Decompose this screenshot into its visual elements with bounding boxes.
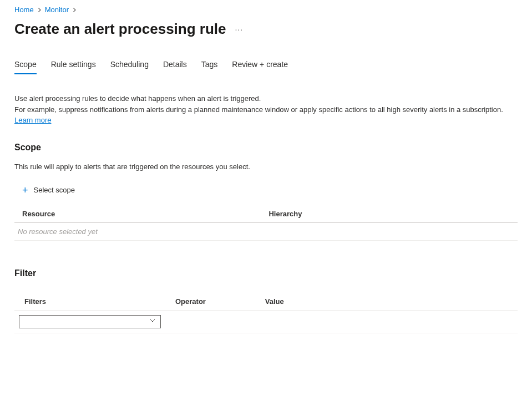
- tab-tags[interactable]: Tags: [201, 60, 218, 74]
- table-row: [14, 310, 518, 333]
- select-scope-label: Select scope: [34, 186, 75, 194]
- page-title: Create an alert processing rule: [14, 21, 226, 38]
- learn-more-link[interactable]: Learn more: [14, 116, 51, 124]
- scope-empty-row: No resource selected yet: [14, 222, 518, 240]
- tab-details[interactable]: Details: [163, 60, 187, 74]
- breadcrumb-monitor-link[interactable]: Monitor: [45, 6, 69, 14]
- scope-description: This rule will apply to alerts that are …: [14, 163, 518, 171]
- scope-table: Resource Hierarchy No resource selected …: [14, 205, 518, 241]
- scope-col-hierarchy: Hierarchy: [261, 205, 518, 223]
- filter-col-filters: Filters: [14, 293, 165, 311]
- tab-scheduling[interactable]: Scheduling: [110, 60, 149, 74]
- filter-col-value: Value: [255, 293, 518, 311]
- filter-table: Filters Operator Value: [14, 293, 518, 333]
- tab-bar: Scope Rule settings Scheduling Details T…: [14, 60, 518, 74]
- select-scope-button[interactable]: + Select scope: [22, 183, 75, 197]
- breadcrumb: Home Monitor: [14, 6, 518, 14]
- tab-rule-settings[interactable]: Rule settings: [51, 60, 96, 74]
- tab-review-create[interactable]: Review + create: [232, 60, 288, 74]
- chevron-right-icon: [72, 7, 77, 13]
- scope-heading: Scope: [14, 143, 518, 153]
- filter-dropdown[interactable]: [19, 315, 161, 328]
- description-line-2: For example, suppress notifications from…: [14, 105, 503, 114]
- table-row: No resource selected yet: [14, 222, 518, 240]
- chevron-down-icon: [149, 317, 156, 326]
- description-line-1: Use alert processing rules to decide wha…: [14, 94, 261, 103]
- chevron-right-icon: [37, 7, 42, 13]
- more-actions-button[interactable]: ···: [231, 24, 246, 35]
- breadcrumb-home-link[interactable]: Home: [14, 6, 34, 14]
- plus-icon: +: [22, 185, 28, 195]
- tab-scope[interactable]: Scope: [14, 60, 37, 74]
- filter-col-operator: Operator: [165, 293, 255, 311]
- filter-heading: Filter: [14, 268, 518, 278]
- page-description: Use alert processing rules to decide wha…: [14, 93, 518, 126]
- scope-col-resource: Resource: [14, 205, 261, 223]
